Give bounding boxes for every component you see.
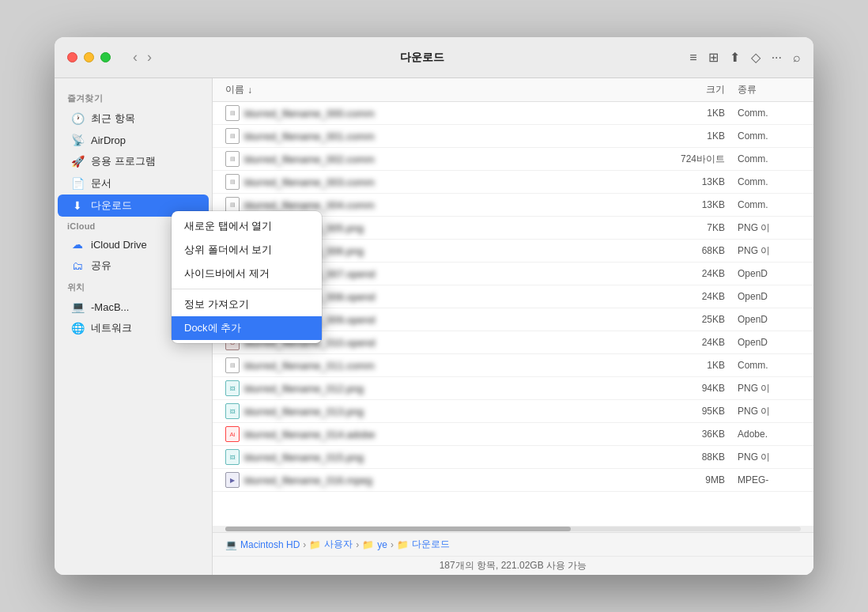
back-button[interactable]: ‹	[130, 49, 141, 66]
menu-item-remove-sidebar[interactable]: 사이드바에서 제거	[172, 262, 322, 285]
table-row[interactable]: 🖼 blurred_filename_013.png 95KB PNG 이	[213, 400, 813, 423]
file-name: blurred_filename_004.comm	[244, 199, 646, 211]
file-name: blurred_filename_002.comm	[244, 153, 646, 165]
sidebar-item-documents-label: 문서	[91, 176, 111, 191]
file-type: PNG 이	[738, 405, 801, 418]
zoom-button[interactable]	[100, 52, 111, 62]
menu-separator	[172, 289, 322, 289]
file-size: 7KB	[646, 222, 725, 233]
file-icon: Ai	[225, 426, 240, 442]
table-row[interactable]: ▤ blurred_filename_011.comm 1KB Comm.	[213, 354, 813, 377]
menu-item-add-dock[interactable]: Dock에 추가	[172, 316, 322, 340]
more-icon[interactable]: ···	[772, 51, 782, 65]
breadcrumb-item-ye[interactable]: 📁 ye	[362, 539, 387, 550]
file-size: 1KB	[646, 130, 725, 142]
downloads-folder-icon: 📁	[397, 539, 409, 550]
file-type: OpenD	[738, 268, 801, 279]
file-size: 1KB	[646, 360, 725, 371]
scrollbar-track[interactable]	[225, 527, 801, 531]
grid-view-icon[interactable]: ⊞	[708, 50, 719, 65]
tag-icon[interactable]: ◇	[751, 50, 760, 65]
table-row[interactable]: ▶ blurred_filename_016.mpeg 9MB MPEG-	[213, 469, 813, 492]
forward-button[interactable]: ›	[144, 49, 155, 66]
table-row[interactable]: Ai blurred_filename_014.adobe 36KB Adobe…	[213, 423, 813, 446]
breadcrumb-item-users[interactable]: 📁 사용자	[309, 538, 353, 551]
finder-window: ‹ › 다운로드 ≡ ⊞ ⬆ ◇ ··· ⌕ 즐겨찾기 🕐 최근 항목 📡 Ai…	[55, 37, 813, 575]
file-size: 88KB	[646, 451, 725, 463]
sort-icon: ↓	[247, 85, 252, 96]
file-type: Adobe.	[738, 429, 801, 440]
file-name: blurred_filename_003.comm	[244, 176, 646, 188]
table-row[interactable]: ▤ blurred_filename_002.comm 724바이트 Comm.	[213, 148, 813, 171]
table-row[interactable]: ▤ blurred_filename_000.comm 1KB Comm.	[213, 102, 813, 125]
sidebar-item-recents[interactable]: 🕐 최근 항목	[58, 108, 209, 130]
file-name: blurred_filename_000.comm	[244, 108, 646, 119]
file-name: blurred_filename_011.comm	[244, 360, 646, 372]
share-icon[interactable]: ⬆	[730, 50, 740, 65]
sidebar-item-applications-label: 응용 프로그램	[91, 154, 156, 168]
file-size: 24KB	[646, 337, 725, 348]
window-title: 다운로드	[164, 51, 680, 65]
col-type-header[interactable]: 종류	[738, 83, 801, 96]
file-icon: ▤	[225, 151, 240, 167]
documents-icon: 📄	[70, 177, 85, 190]
macbook-icon: 💻	[70, 300, 85, 313]
list-view-icon[interactable]: ≡	[689, 51, 696, 65]
menu-item-show-parent[interactable]: 상위 폴더에서 보기	[172, 238, 322, 262]
breadcrumb: 💻 Macintosh HD › 📁 사용자 › 📁 ye › 📁 다운로드	[213, 532, 813, 556]
close-button[interactable]	[67, 52, 77, 62]
status-bar: 187개의 항목, 221.02GB 사용 가능	[213, 556, 813, 575]
menu-item-get-info[interactable]: 정보 가져오기	[172, 293, 322, 316]
file-type: Comm.	[738, 153, 801, 164]
file-icon: ▶	[225, 472, 240, 488]
table-row[interactable]: 🖼 blurred_filename_012.png 94KB PNG 이	[213, 377, 813, 400]
file-size: 724바이트	[646, 153, 725, 166]
file-icon: ▤	[225, 174, 240, 190]
sidebar-item-airdrop[interactable]: 📡 AirDrop	[58, 130, 209, 150]
menu-item-open-new-tab[interactable]: 새로운 탭에서 열기	[172, 214, 322, 238]
file-size: 13KB	[646, 176, 725, 187]
file-type: OpenD	[738, 314, 801, 325]
file-icon: 🖼	[225, 449, 240, 465]
sidebar-item-applications[interactable]: 🚀 응용 프로그램	[58, 150, 209, 172]
table-row[interactable]: 🖼 blurred_filename_015.png 88KB PNG 이	[213, 446, 813, 469]
file-size: 25KB	[646, 314, 725, 325]
airdrop-icon: 📡	[70, 134, 85, 146]
breadcrumb-item-downloads[interactable]: 📁 다운로드	[397, 538, 450, 551]
file-type: Comm.	[738, 176, 801, 187]
col-size-header[interactable]: 크기	[646, 83, 725, 96]
scrollbar-thumb[interactable]	[225, 527, 571, 531]
breadcrumb-item-hd[interactable]: 💻 Macintosh HD	[225, 539, 300, 550]
breadcrumb-sep-2: ›	[356, 539, 359, 550]
network-icon: 🌐	[70, 322, 85, 334]
col-name-header[interactable]: 이름 ↓	[225, 83, 646, 96]
status-text: 187개의 항목, 221.02GB 사용 가능	[440, 559, 587, 572]
table-row[interactable]: ▤ blurred_filename_003.comm 13KB Comm.	[213, 171, 813, 194]
col-name-label: 이름	[225, 83, 244, 96]
file-type: Comm.	[738, 360, 801, 371]
applications-icon: 🚀	[70, 155, 85, 168]
sidebar-item-network-label: 네트워크	[91, 321, 132, 335]
file-size: 68KB	[646, 245, 725, 256]
file-type: PNG 이	[738, 244, 801, 258]
sidebar-item-macbook-label: -MacB...	[91, 301, 129, 313]
file-size: 13KB	[646, 199, 725, 210]
file-size: 24KB	[646, 268, 725, 279]
file-type: Comm.	[738, 108, 801, 119]
file-icon: ▤	[225, 128, 240, 144]
sidebar-item-icloud-label: iCloud Drive	[91, 239, 147, 251]
search-icon[interactable]: ⌕	[793, 51, 801, 65]
table-row[interactable]: ▤ blurred_filename_001.comm 1KB Comm.	[213, 125, 813, 148]
file-size: 1KB	[646, 108, 725, 119]
file-size: 9MB	[646, 474, 725, 485]
nav-buttons: ‹ ›	[130, 49, 155, 66]
sidebar-item-documents[interactable]: 📄 문서	[58, 172, 209, 195]
minimize-button[interactable]	[84, 52, 94, 62]
context-menu: 새로운 탭에서 열기 상위 폴더에서 보기 사이드바에서 제거 정보 가져오기 …	[172, 211, 322, 343]
breadcrumb-sep-3: ›	[391, 539, 394, 550]
titlebar: ‹ › 다운로드 ≡ ⊞ ⬆ ◇ ··· ⌕	[55, 37, 813, 78]
file-size: 95KB	[646, 406, 725, 417]
ye-folder-icon: 📁	[362, 539, 374, 550]
breadcrumb-hd-label: Macintosh HD	[240, 539, 300, 550]
file-name: blurred_filename_001.comm	[244, 130, 646, 142]
